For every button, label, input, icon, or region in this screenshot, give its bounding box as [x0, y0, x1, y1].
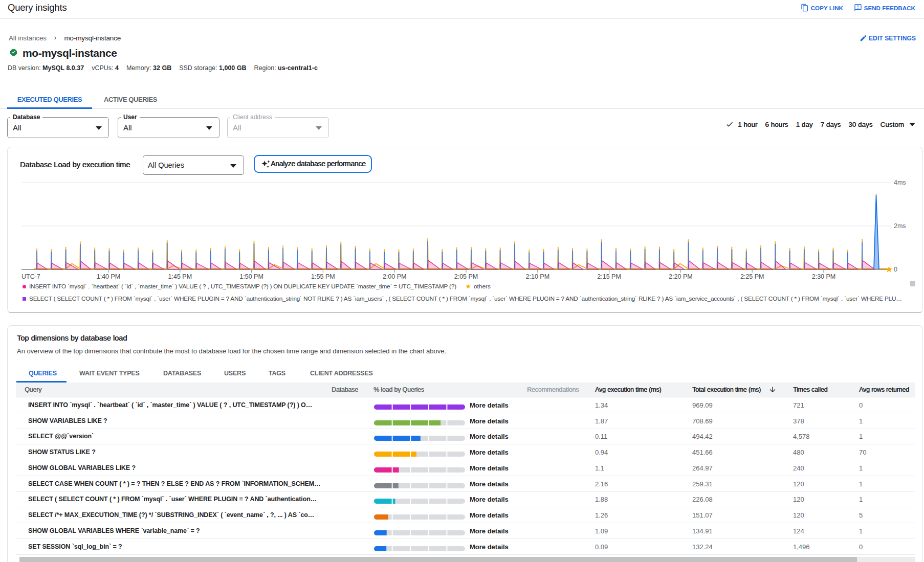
svg-text:2:15 PM: 2:15 PM	[597, 273, 621, 280]
svg-text:2:10 PM: 2:10 PM	[526, 273, 550, 280]
svg-text:2ms: 2ms	[894, 222, 906, 230]
svg-text:2:20 PM: 2:20 PM	[669, 273, 693, 280]
svg-text:2:05 PM: 2:05 PM	[454, 273, 478, 280]
svg-text:2:25 PM: 2:25 PM	[740, 273, 764, 280]
svg-text:2:30 PM: 2:30 PM	[812, 273, 836, 280]
svg-text:1:45 PM: 1:45 PM	[168, 273, 192, 280]
svg-text:UTC-7: UTC-7	[21, 273, 40, 280]
svg-text:1:50 PM: 1:50 PM	[239, 273, 263, 280]
svg-text:1:40 PM: 1:40 PM	[97, 273, 121, 280]
svg-text:0: 0	[894, 266, 897, 273]
svg-text:2:00 PM: 2:00 PM	[383, 273, 407, 280]
svg-text:1:55 PM: 1:55 PM	[311, 273, 335, 280]
svg-text:4ms: 4ms	[894, 179, 906, 186]
